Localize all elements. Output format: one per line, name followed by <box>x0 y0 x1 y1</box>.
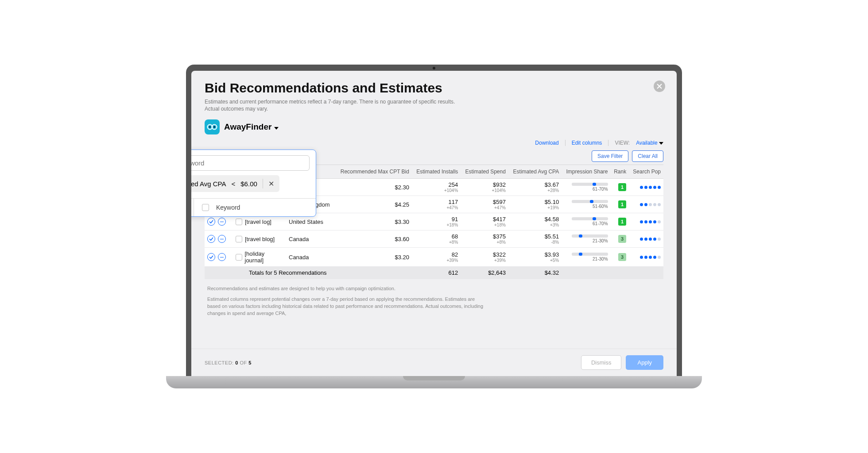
popularity-dot <box>644 186 647 189</box>
bid-cell: $3.30 <box>337 219 409 225</box>
close-button[interactable] <box>654 81 665 92</box>
col-imp-share[interactable]: Impression Share <box>562 165 610 179</box>
edit-columns-link[interactable]: Edit columns <box>572 140 602 146</box>
popularity-dot <box>649 238 652 241</box>
popularity-dot <box>658 186 661 189</box>
installs-cell: 254 <box>415 181 458 188</box>
spend-cell: $375 <box>463 233 506 240</box>
filter-popover: Estimated Avg CPA < $6.00 ✕ Actions Keyw… <box>191 150 316 217</box>
popularity-dot <box>644 238 647 241</box>
col-est-spend[interactable]: Estimated Spend <box>461 165 508 179</box>
keyword-cell: [holiday journal] <box>245 250 284 264</box>
installs-cell: 117 <box>415 199 458 205</box>
download-link[interactable]: Download <box>535 140 558 146</box>
svg-point-2 <box>209 126 211 128</box>
totals-spend: $2,643 <box>461 267 508 279</box>
view-selector[interactable]: Available <box>636 140 663 146</box>
spend-delta: +104% <box>463 188 506 193</box>
bid-cell: $3.20 <box>337 254 409 261</box>
col-search-pop[interactable]: Search Pop <box>629 165 663 179</box>
keyword-search-input[interactable] <box>191 155 310 171</box>
cpa-delta: +28% <box>511 188 559 193</box>
keyword-search-field[interactable] <box>191 159 305 167</box>
camera-dot <box>433 67 435 69</box>
chip-metric: Estimated Avg CPA <box>191 180 226 188</box>
cpa-cell: $4.58 <box>511 216 559 223</box>
laptop-base <box>166 376 702 388</box>
popularity-dot <box>640 256 643 259</box>
cpa-delta: +5% <box>511 258 559 263</box>
save-filter-button[interactable]: Save Filter <box>592 150 628 162</box>
spend-delta: +18% <box>463 223 506 227</box>
cpa-cell: $5.51 <box>511 233 559 240</box>
rank-badge: 3 <box>618 253 626 261</box>
app-screen: Bid Recommendations and Estimates Estima… <box>191 71 677 376</box>
cpa-cell: $5.10 <box>511 199 559 205</box>
reject-icon[interactable] <box>218 235 226 243</box>
bid-cell: $3.60 <box>337 236 409 242</box>
app-selector[interactable]: AwayFinder <box>205 119 663 134</box>
cpa-delta: -8% <box>511 240 559 245</box>
popularity-dot <box>649 256 652 259</box>
installs-delta: +47% <box>415 205 458 210</box>
table-row: [holiday journal] Canada $3.20 82+39% $3… <box>205 248 663 267</box>
installs-delta: +39% <box>415 258 458 263</box>
installs-cell: 91 <box>415 216 458 223</box>
spend-delta: +8% <box>463 240 506 245</box>
spend-cell: $322 <box>463 251 506 258</box>
popularity-dot <box>653 203 656 206</box>
laptop-frame: Bid Recommendations and Estimates Estima… <box>186 65 682 388</box>
header-checkbox[interactable] <box>202 204 209 211</box>
page-title: Bid Recommendations and Estimates <box>205 81 663 96</box>
impression-bar <box>572 234 608 238</box>
trackpad-notch <box>403 376 465 380</box>
col-rec-bid[interactable]: Recommended Max CPT Bid <box>335 165 412 179</box>
spend-delta: +47% <box>463 205 506 210</box>
region-cell: Canada <box>289 236 309 242</box>
impression-bar <box>572 217 608 220</box>
popularity-dot <box>644 256 647 259</box>
impression-bar <box>572 183 608 186</box>
col-rank[interactable]: Rank <box>611 165 629 179</box>
accept-icon[interactable] <box>207 218 215 226</box>
totals-cpa: $4.32 <box>508 267 562 279</box>
view-prefix: VIEW: <box>615 140 630 146</box>
popover-keyword-header: Keyword <box>194 199 248 216</box>
keyword-cell: [travel blog] <box>245 236 275 242</box>
cpa-cell: $3.93 <box>511 251 559 258</box>
chip-value: $6.00 <box>240 180 257 188</box>
bid-cell: $4.25 <box>337 201 409 208</box>
popularity-dot <box>658 220 661 223</box>
row-checkbox[interactable] <box>236 236 242 242</box>
cpa-delta: +3% <box>511 223 559 227</box>
reject-icon[interactable] <box>218 218 226 226</box>
toolbar-divider <box>608 140 608 146</box>
accept-icon[interactable] <box>207 235 215 243</box>
screen-bezel: Bid Recommendations and Estimates Estima… <box>186 65 682 376</box>
popularity-dot <box>653 238 656 241</box>
installs-cell: 82 <box>415 251 458 258</box>
apply-button[interactable]: Apply <box>626 355 663 370</box>
col-est-installs[interactable]: Estimated Installs <box>412 165 461 179</box>
clear-all-button[interactable]: Clear All <box>632 150 663 162</box>
installs-delta: +8% <box>415 240 458 245</box>
popularity-dot <box>649 203 652 206</box>
col-est-cpa[interactable]: Estimated Avg CPA <box>508 165 562 179</box>
popularity-dot <box>640 238 643 241</box>
popularity-dots <box>632 186 661 189</box>
row-checkbox[interactable] <box>236 254 242 261</box>
filter-chip[interactable]: Estimated Avg CPA < $6.00 ✕ <box>191 175 279 192</box>
reject-icon[interactable] <box>218 253 226 261</box>
dismiss-button[interactable]: Dismiss <box>581 355 622 370</box>
row-checkbox[interactable] <box>236 219 242 225</box>
chip-remove-icon[interactable]: ✕ <box>268 180 274 188</box>
table-row: [travel blog] Canada $3.60 68+8% $375+8%… <box>205 230 663 248</box>
impression-range: 21-30% <box>593 238 608 243</box>
toolbar-divider <box>565 140 566 146</box>
popularity-dot <box>649 186 652 189</box>
popularity-dot <box>644 220 647 223</box>
popularity-dot <box>658 238 661 241</box>
accept-icon[interactable] <box>207 253 215 261</box>
rank-badge: 1 <box>618 218 626 226</box>
popularity-dot <box>653 220 656 223</box>
